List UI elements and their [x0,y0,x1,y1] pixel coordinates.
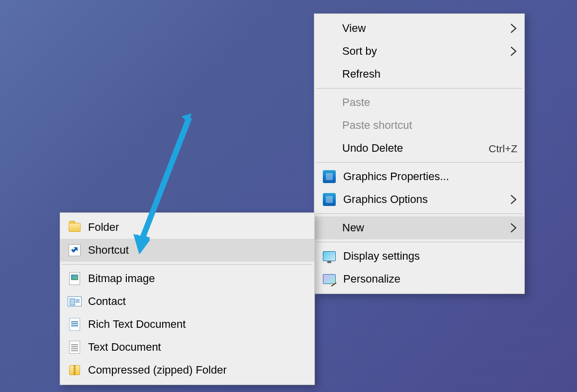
submenu-item-rtf[interactable]: Rich Text Document [60,313,314,336]
menu-separator [316,242,522,242]
chevron-right-icon [508,194,517,205]
menu-item-label: Refresh [342,69,517,80]
desktop-context-menu: View Sort by Refresh Paste Paste shortcu… [314,13,525,294]
menu-item-label: Rich Text Document [88,319,307,330]
menu-item-label: Folder [88,222,307,233]
chevron-right-icon [508,222,517,233]
menu-item-label: Display settings [343,251,517,262]
menu-item-new[interactable]: New [314,216,524,239]
chevron-right-icon [508,23,517,34]
menu-item-label: Paste [342,97,517,108]
menu-item-label: Text Document [88,342,307,353]
submenu-item-shortcut[interactable]: Shortcut [60,239,314,262]
menu-item-label: Paste shortcut [342,120,517,131]
menu-item-label: Contact [88,296,307,307]
menu-item-label: Graphics Properties... [343,171,517,182]
bitmap-image-icon [67,271,82,287]
menu-item-sort-by[interactable]: Sort by [314,40,524,63]
submenu-item-zip[interactable]: Compressed (zipped) Folder [60,359,314,382]
menu-item-label: Shortcut [88,245,307,256]
menu-item-label: Graphics Options [343,194,498,205]
menu-item-label: Bitmap image [88,273,307,284]
submenu-item-txt[interactable]: Text Document [60,336,314,359]
menu-item-label: New [342,222,498,233]
menu-item-label: Undo Delete [342,143,469,154]
text-document-icon [67,339,82,355]
menu-item-paste-shortcut: Paste shortcut [314,114,524,137]
menu-item-display-settings[interactable]: Display settings [314,245,524,268]
submenu-item-folder[interactable]: Folder [60,216,314,239]
contact-icon [67,294,82,309]
chevron-right-icon [508,46,517,57]
shortcut-icon [67,242,82,258]
monitor-icon [321,248,337,264]
menu-item-label: Sort by [342,46,498,57]
menu-item-view[interactable]: View [314,17,524,40]
menu-item-undo-delete[interactable]: Undo Delete Ctrl+Z [314,137,524,160]
intel-graphics-icon [321,192,337,207]
intel-graphics-icon [321,169,337,185]
compressed-folder-icon [67,362,82,378]
svg-marker-0 [182,113,192,123]
submenu-item-bitmap[interactable]: Bitmap image [60,267,314,290]
menu-item-shortcut: Ctrl+Z [488,143,517,154]
menu-separator [316,88,522,89]
menu-item-label: Compressed (zipped) Folder [88,365,307,376]
menu-item-personalize[interactable]: Personalize [314,268,524,291]
menu-item-refresh[interactable]: Refresh [314,63,524,86]
menu-separator [62,264,312,265]
menu-item-graphics-options[interactable]: Graphics Options [314,188,524,211]
menu-item-label: View [342,23,498,34]
personalize-icon [321,271,337,287]
menu-item-graphics-properties[interactable]: Graphics Properties... [314,165,524,188]
menu-separator [316,162,522,163]
rich-text-document-icon [67,316,82,332]
folder-icon [67,219,82,235]
menu-separator [316,213,522,214]
new-submenu: Folder Shortcut Bitmap image Contact Ric… [60,212,315,385]
submenu-item-contact[interactable]: Contact [60,290,314,313]
menu-item-paste: Paste [314,91,524,114]
menu-item-label: Personalize [343,274,517,285]
